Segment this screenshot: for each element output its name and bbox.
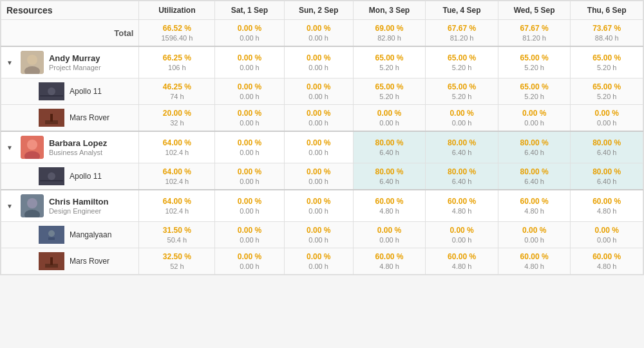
- project-thumbnail: [39, 252, 64, 270]
- total-row: Total 66.52 %1596.40 h0.00 %0.00 h0.00 %…: [1, 20, 643, 47]
- total-label: Total: [1, 20, 139, 47]
- project-cell: Mangalyaan: [1, 222, 139, 248]
- avatar: [21, 51, 44, 74]
- person-cell: ▼ Chris Hamilton Design Engineer: [1, 190, 139, 222]
- person-cell: ▼ Andy Murray Project Manager: [1, 46, 139, 78]
- col-sun: Sun, 2 Sep: [284, 1, 353, 20]
- person-role: Business Analyst: [49, 149, 107, 156]
- person-row: ▼ Andy Murray Project Manager 66.25 %106…: [1, 46, 643, 78]
- person-name: Andy Murray: [49, 53, 101, 63]
- table-body: Total 66.52 %1596.40 h0.00 %0.00 h0.00 %…: [1, 20, 643, 275]
- project-thumbnail: [39, 167, 64, 185]
- project-row: Mars Rover 20.00 %32 h0.00 %0.00 h0.00 %…: [1, 105, 643, 132]
- project-row: Mars Rover 32.50 %52 h0.00 %0.00 h0.00 %…: [1, 248, 643, 275]
- col-resources: Resources: [1, 1, 139, 20]
- col-tue: Tue, 4 Sep: [426, 1, 498, 20]
- project-name: Mangalyaan: [70, 230, 111, 239]
- project-name: Mars Rover: [70, 257, 109, 266]
- col-thu: Thu, 6 Sep: [571, 1, 643, 20]
- project-row: Apollo 11 46.25 %74 h0.00 %0.00 h0.00 %0…: [1, 78, 643, 105]
- col-sat: Sat, 1 Sep: [215, 1, 284, 20]
- col-wed: Wed, 5 Sep: [498, 1, 571, 20]
- expand-icon[interactable]: ▼: [6, 203, 13, 210]
- resources-table: Resources Utilization Sat, 1 Sep Sun, 2 …: [1, 1, 643, 275]
- col-utilization: Utilization: [139, 1, 215, 20]
- expand-icon[interactable]: ▼: [6, 59, 13, 66]
- svg-rect-8: [50, 114, 53, 122]
- svg-point-19: [48, 230, 55, 237]
- project-row: Mangalyaan 31.50 %50.4 h0.00 %0.00 h0.00…: [1, 222, 643, 248]
- person-role: Design Engineer: [49, 207, 108, 215]
- svg-rect-23: [50, 257, 53, 265]
- project-thumbnail: [39, 82, 64, 100]
- project-cell: Mars Rover: [1, 105, 139, 132]
- resources-table-container: Resources Utilization Sat, 1 Sep Sun, 2 …: [0, 0, 644, 275]
- person-role: Project Manager: [49, 64, 101, 71]
- svg-rect-20: [48, 237, 55, 240]
- svg-point-1: [27, 55, 37, 65]
- svg-point-16: [27, 198, 37, 208]
- project-thumbnail: [39, 226, 64, 244]
- header-row: Resources Utilization Sat, 1 Sep Sun, 2 …: [1, 1, 643, 20]
- svg-point-4: [48, 87, 55, 95]
- svg-rect-14: [40, 180, 63, 181]
- person-row: ▼ Barbara Lopez Business Analyst 64.00 %…: [1, 131, 643, 163]
- svg-rect-5: [40, 95, 63, 96]
- person-name: Chris Hamilton: [49, 197, 108, 206]
- person-cell: ▼ Barbara Lopez Business Analyst: [1, 131, 139, 163]
- project-name: Mars Rover: [70, 113, 109, 122]
- avatar: [21, 136, 44, 159]
- person-name: Barbara Lopez: [49, 138, 107, 148]
- avatar: [21, 194, 44, 217]
- expand-icon[interactable]: ▼: [6, 144, 13, 151]
- project-row: Apollo 11 64.00 %102.4 h0.00 %0.00 h0.00…: [1, 163, 643, 190]
- project-thumbnail: [39, 109, 64, 127]
- project-name: Apollo 11: [70, 172, 102, 181]
- col-mon: Mon, 3 Sep: [353, 1, 426, 20]
- svg-point-13: [48, 172, 55, 180]
- project-cell: Apollo 11: [1, 78, 139, 105]
- svg-point-10: [27, 140, 37, 150]
- person-row: ▼ Chris Hamilton Design Engineer 64.00 %…: [1, 190, 643, 222]
- project-cell: Mars Rover: [1, 248, 139, 275]
- project-cell: Apollo 11: [1, 163, 139, 190]
- project-name: Apollo 11: [70, 87, 102, 96]
